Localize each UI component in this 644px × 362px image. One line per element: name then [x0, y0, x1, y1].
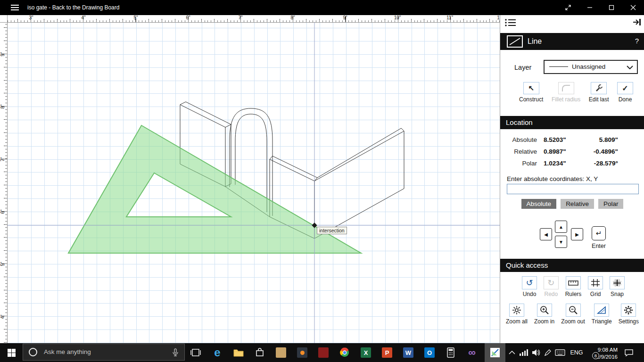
fullscreen-icon — [565, 5, 571, 10]
location-readout: Absolute8.5203"5.809" Relative0.8987"-0.… — [500, 134, 644, 169]
zoom-all-button[interactable]: Zoom all — [506, 304, 528, 325]
tool-buttons-row: ↖ Construct Fillet radius Edit last ✓ Do… — [500, 82, 644, 103]
arrow-right-icon: ▶ — [575, 232, 579, 237]
calculator-icon — [446, 347, 455, 358]
maximize-button[interactable] — [601, 0, 622, 15]
wrench-icon — [594, 83, 603, 93]
done-button[interactable]: ✓ Done — [617, 82, 633, 103]
keyboard-icon — [555, 349, 565, 356]
panel-menu-icon[interactable] — [504, 17, 517, 30]
excel-button[interactable]: X — [358, 345, 373, 360]
language-indicator[interactable]: ENG — [569, 349, 585, 356]
app-button-6[interactable] — [295, 345, 310, 360]
settings-button[interactable]: Settings — [619, 304, 639, 325]
zoom-out-button[interactable]: Zoom out — [561, 304, 585, 325]
volume-button[interactable] — [530, 345, 542, 360]
undo-button[interactable]: ↺ Undo — [522, 276, 537, 297]
calculator-button[interactable] — [443, 345, 458, 360]
vertical-ruler: 9" 8" 7" 6" 5" 4" — [0, 23, 8, 343]
ruler-label: 6" — [183, 15, 193, 20]
network-button[interactable] — [518, 345, 530, 360]
dock-panel-icon[interactable] — [632, 18, 642, 28]
quick-access-row-2: Zoom all Zoom in Zoom out Triangle Setti… — [500, 304, 644, 325]
edit-last-button[interactable]: Edit last — [589, 82, 609, 103]
search-placeholder: Ask me anything — [44, 348, 91, 355]
visual-studio-icon: ∞ — [468, 347, 476, 358]
absolute-mode-button[interactable]: Absolute — [521, 199, 557, 209]
ruler-label: 8" — [0, 102, 6, 111]
location-title: Location — [506, 118, 533, 126]
fillet-radius-button[interactable]: Fillet radius — [552, 82, 580, 103]
fullscreen-button[interactable] — [557, 0, 579, 15]
app-menu-icon[interactable] — [4, 0, 25, 15]
location-row-relative: Relative0.8987"-0.4896" — [500, 146, 644, 157]
ruler-label: 9" — [0, 50, 6, 58]
ruler-label: 10" — [393, 15, 402, 20]
minimize-icon — [587, 5, 593, 10]
microphone-icon[interactable] — [172, 348, 179, 357]
undo-icon: ↺ — [526, 279, 533, 287]
close-button[interactable] — [622, 0, 644, 15]
outlook-button[interactable]: O — [422, 345, 437, 360]
coordinate-mode-buttons: Absolute Relative Polar — [500, 199, 644, 209]
location-row-polar: Polar1.0234"-28.579° — [500, 157, 644, 169]
rulers-button[interactable]: Rulers — [565, 276, 582, 297]
nudge-down-button[interactable]: ▼ — [555, 236, 567, 248]
cortana-search-box[interactable]: Ask me anything — [23, 344, 185, 361]
enter-label: Enter — [588, 243, 610, 249]
triangle-button[interactable]: Triangle — [592, 304, 612, 325]
word-button[interactable]: W — [401, 345, 416, 360]
snap-button[interactable]: Snap — [610, 276, 625, 297]
windows-logo-icon — [8, 349, 16, 357]
sticky-notes-button[interactable] — [273, 345, 289, 360]
visual-studio-button[interactable]: ∞ — [464, 345, 479, 360]
quick-access-row-1: ↺ Undo ↻ Redo Rulers Grid Snap — [500, 276, 644, 297]
task-view-button[interactable] — [188, 345, 203, 360]
window-title: iso gate - Back to the Drawing Board — [27, 4, 119, 11]
drawing-canvas[interactable]: intersection — [8, 23, 500, 343]
relative-mode-button[interactable]: Relative — [561, 199, 594, 209]
powerpoint-button[interactable]: P — [380, 345, 395, 360]
word-icon: W — [403, 347, 413, 358]
ruler-corner — [0, 15, 8, 23]
nudge-right-button[interactable]: ▶ — [571, 228, 583, 240]
chevron-down-icon — [627, 66, 633, 69]
ruler-label: 9" — [340, 15, 350, 20]
file-explorer-button[interactable] — [231, 345, 246, 360]
touch-keyboard-button[interactable] — [553, 345, 567, 360]
excel-icon: X — [361, 347, 371, 358]
construct-button[interactable]: ↖ Construct — [519, 82, 543, 103]
minimize-button[interactable] — [579, 0, 601, 15]
action-center-button[interactable] — [622, 345, 636, 360]
help-button[interactable]: ? — [635, 37, 639, 45]
pen-button[interactable] — [542, 345, 553, 360]
redo-button[interactable]: ↻ Redo — [544, 276, 559, 297]
layer-dropdown[interactable]: Unassigned — [544, 60, 638, 74]
zoom-out-icon — [568, 305, 578, 315]
enter-button[interactable]: ↵ — [592, 226, 606, 240]
speaker-icon — [531, 349, 541, 356]
chrome-button[interactable] — [337, 345, 352, 360]
sticky-notes-icon — [276, 347, 286, 358]
grid-icon — [590, 278, 601, 288]
start-button[interactable] — [0, 343, 23, 362]
cortana-icon — [29, 348, 37, 356]
coordinates-input[interactable] — [507, 184, 639, 194]
polar-mode-button[interactable]: Polar — [598, 199, 624, 209]
zoom-in-button[interactable]: Zoom in — [534, 304, 554, 325]
clock[interactable]: 9:08 AM 12/9/2016 — [585, 346, 618, 360]
date: 12/9/2016 — [585, 354, 618, 361]
app-icon-6 — [297, 347, 307, 358]
grid-button[interactable]: Grid — [588, 276, 603, 297]
store-button[interactable] — [252, 345, 267, 360]
triangle-icon — [596, 305, 607, 315]
edge-button[interactable]: e — [210, 345, 225, 360]
location-row-absolute: Absolute8.5203"5.809" — [500, 134, 644, 146]
app-button-7[interactable] — [316, 345, 331, 360]
nudge-up-button[interactable]: ▲ — [555, 221, 567, 233]
maximize-icon — [609, 5, 614, 10]
quick-access-header: Quick access — [500, 259, 644, 272]
tray-overflow-button[interactable] — [506, 345, 518, 360]
nudge-left-button[interactable]: ◀ — [540, 228, 552, 240]
active-app-button[interactable] — [485, 343, 505, 362]
